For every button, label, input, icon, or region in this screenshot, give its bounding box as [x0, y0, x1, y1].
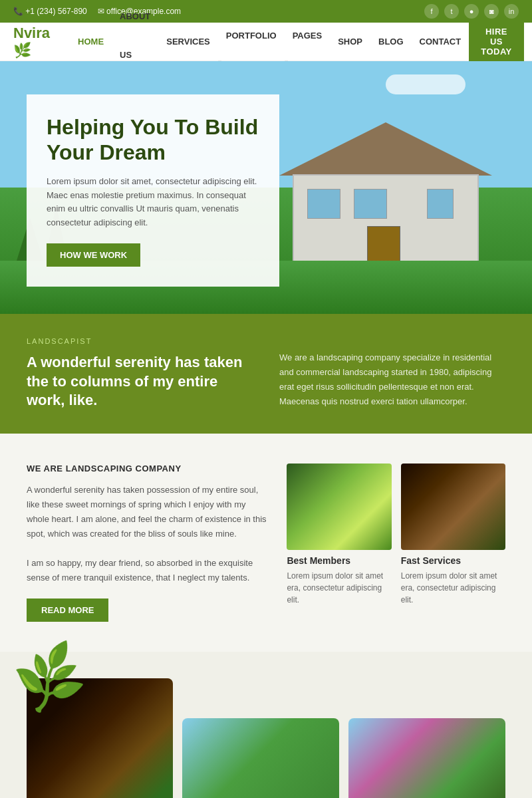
services-card-title: Fast Services — [401, 555, 505, 566]
nav-link-home[interactable]: HOME — [70, 23, 112, 61]
house-illustration — [279, 128, 492, 274]
landscapist-tag: LANDSCAPIST — [27, 337, 253, 345]
nav-item-home[interactable]: HOME — [70, 23, 112, 61]
members-card-title: Best Members — [287, 555, 391, 566]
about-description: A wonderful serenity has taken possessio… — [27, 483, 267, 586]
service-cards-row: Best Members Lorem ipsum dolor sit amet … — [287, 464, 505, 606]
services-image — [401, 464, 505, 550]
house-roof — [279, 122, 492, 176]
portfolio-main-item: 🌿 🌿 Indoor Garden — [27, 678, 173, 798]
nav-item-services[interactable]: SERVICES — [158, 23, 218, 61]
about-cards: Best Members Lorem ipsum dolor sit amet … — [287, 464, 505, 606]
phone-icon: 📞 — [13, 7, 23, 16]
nav-link-services[interactable]: SERVICES — [158, 23, 218, 61]
nav-item-portfolio[interactable]: PORTFOLIO▾ — [218, 17, 285, 67]
grass-image — [182, 718, 339, 798]
nav-item-shop[interactable]: SHOP — [330, 23, 370, 61]
landscapist-left: LANDSCAPIST A wonderful serenity has tak… — [27, 337, 253, 410]
logo-text: Nvira — [13, 25, 50, 41]
hire-button[interactable]: HIRE US TODAY — [469, 20, 524, 63]
navbar: Nvira🌿 HOME ABOUT US▾ SERVICES PORTFOLIO… — [0, 23, 532, 61]
hero-title-line1: Helping You To Build — [47, 115, 258, 139]
nav-link-contact[interactable]: CONTACT — [412, 23, 469, 61]
landscapist-title: A wonderful serenity has taken the to co… — [27, 353, 253, 410]
about-left: WE ARE LANDSCAPING COMPANY A wonderful s… — [27, 464, 267, 622]
linkedin-icon[interactable]: in — [504, 4, 519, 19]
nav-item-blog[interactable]: BLOG — [370, 23, 412, 61]
members-image — [287, 464, 391, 550]
nav-link-pages[interactable]: PAGES — [285, 17, 331, 55]
services-card-desc: Lorem ipsum dolor sit amet era, consecte… — [401, 570, 505, 606]
members-card-desc: Lorem ipsum dolor sit amet era, consecte… — [287, 570, 391, 606]
read-more-button[interactable]: READ MORE — [27, 598, 108, 622]
house-body — [293, 174, 479, 274]
service-card-members: Best Members Lorem ipsum dolor sit amet … — [287, 464, 391, 606]
nav-link-blog[interactable]: BLOG — [370, 23, 412, 61]
landscapist-section: LANDSCAPIST A wonderful serenity has tak… — [0, 314, 532, 434]
hero-title-line2: Your Dream — [47, 140, 166, 164]
nav-link-shop[interactable]: SHOP — [330, 23, 370, 61]
service-card-services: Fast Services Lorem ipsum dolor sit amet… — [401, 464, 505, 606]
hero-section: Helping You To Build Your Dream Lorem ip… — [0, 61, 532, 314]
renovation-image — [348, 718, 505, 798]
portfolio-grid: 🌿 🌿 Indoor Garden 🌿 Grass Cutting 🌿 Gard… — [27, 678, 505, 798]
cloud-decoration — [386, 74, 466, 94]
portfolio-section: 🌿 🌿 Indoor Garden 🌿 Grass Cutting 🌿 Gard… — [0, 652, 532, 798]
hero-content-box: Helping You To Build Your Dream Lorem ip… — [27, 94, 279, 287]
logo[interactable]: Nvira🌿 — [13, 25, 50, 59]
nav-item-contact[interactable]: CONTACT — [412, 23, 469, 61]
nav-link-portfolio[interactable]: PORTFOLIO — [218, 17, 285, 55]
house-window — [427, 189, 454, 219]
pinterest-icon[interactable]: ◙ — [484, 4, 499, 19]
hero-description: Lorem ipsum dolor sit amet, consectetur … — [47, 175, 259, 230]
portfolio-renovation-item: 🌿 Garden Renovation — [348, 718, 505, 798]
house-window — [307, 189, 340, 219]
logo-icon: 🌿 — [13, 42, 31, 59]
portfolio-grass-item: 🌿 Grass Cutting — [182, 718, 339, 798]
landscapist-description: We are a landscaping company specialize … — [279, 337, 505, 409]
about-section: WE ARE LANDSCAPING COMPANY A wonderful s… — [0, 434, 532, 652]
nav-item-pages[interactable]: PAGES▾ — [285, 17, 331, 67]
house-window — [354, 189, 387, 219]
how-we-work-button[interactable]: HOW WE WORK — [47, 243, 140, 267]
hero-title: Helping You To Build Your Dream — [47, 114, 259, 166]
about-tag: WE ARE LANDSCAPING COMPANY — [27, 464, 267, 473]
